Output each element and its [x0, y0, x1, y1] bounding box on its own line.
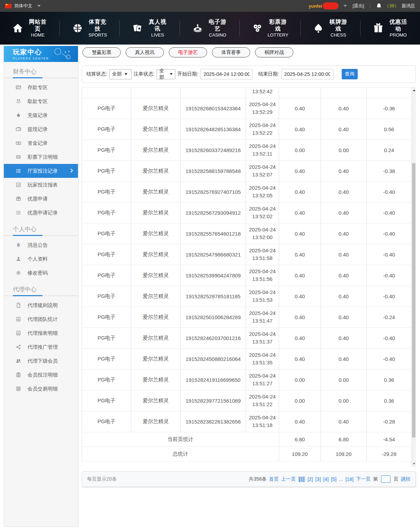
vertical-scrollbar[interactable]	[411, 87, 416, 467]
scroll-up-arrow[interactable]	[412, 88, 416, 93]
cell-game: 爱尔兰精灵	[131, 140, 181, 160]
sidebar-item-funds-record[interactable]: 资金记录	[4, 136, 78, 150]
cell-datetime: 2025-04-2413:51:53	[246, 286, 279, 307]
sidebar-item-member-trade-detail[interactable]: 会员交易明细	[4, 382, 78, 396]
jump-prefix-label: 第	[373, 476, 378, 482]
section-title-finance: 财务中心	[4, 62, 78, 78]
cell-datetime: 2025-04-2413:52:07	[246, 160, 279, 181]
sidebar-item-agent-members[interactable]: 代理下级会员	[4, 354, 78, 368]
cell-datetime: 2025-04-2413:51:56	[246, 265, 279, 286]
end-date-input[interactable]	[281, 69, 333, 79]
cell-order-no: 1915282397721561089	[181, 390, 246, 411]
nav-item-sports[interactable]: 体育竞技SPORTS	[60, 20, 119, 37]
sidebar-item-promo-apply-record[interactable]: 优惠申请记录	[4, 206, 78, 220]
cell-game: 爱尔兰精灵	[131, 348, 181, 369]
page-jump-input[interactable]	[381, 475, 390, 483]
nav-item-lives[interactable]: 真人视讯LIVES	[119, 20, 179, 37]
nav-item-chess[interactable]: 棋牌游戏CHESS	[300, 20, 360, 37]
cell-provider: PG电子	[82, 307, 131, 327]
sidebar-item-lottery-bet-detail[interactable]: 彩票下注明细	[4, 150, 78, 164]
sidebar-item-change-password[interactable]: 修改密码	[4, 266, 78, 280]
sidebar-item-profile[interactable]: 个人资料	[4, 252, 78, 266]
players-center-header: 玩家中心 PLAYERS CENTER	[4, 46, 78, 62]
chart-doc-icon	[16, 182, 21, 188]
nav-label-zh: 优惠活动	[388, 18, 408, 32]
language-selector[interactable]: 简体中文	[14, 3, 32, 9]
sidebar-item-agent-team-stats[interactable]: 代理团队统计	[4, 312, 78, 326]
tab-chess-battle[interactable]: 棋牌对战	[255, 47, 293, 57]
sidebar-item-deposit[interactable]: 存款专区	[4, 80, 78, 94]
page-link[interactable]: [4]	[323, 476, 329, 482]
logout-button[interactable]: [退出]	[352, 3, 364, 9]
china-flag-icon	[5, 4, 11, 8]
sidebar-item-agent-report-detail[interactable]: 代理报表明细	[4, 326, 78, 340]
cell-bet-amount: 0.40	[279, 265, 321, 286]
message-count[interactable]: （39）	[385, 3, 399, 9]
nav-label-zh: 体育竞技	[88, 18, 108, 32]
sidebar-item-announcements[interactable]: 消息公告	[4, 238, 78, 252]
cell-valid-amount: 0.40	[321, 265, 367, 286]
nav-item-casino[interactable]: 电子游艺CASINO	[180, 20, 239, 37]
sidebar-item-label: 存款专区	[27, 84, 48, 91]
query-button[interactable]: 查询	[342, 69, 358, 79]
pagination-ellipsis: ...	[339, 476, 343, 482]
jump-button[interactable]: 跳转	[401, 476, 411, 482]
sidebar-item-player-bet-report[interactable]: 玩家投注报表	[4, 178, 78, 192]
bell-icon[interactable]	[376, 3, 382, 9]
tab-double-win-lottery[interactable]: 雙赢彩票	[82, 47, 121, 57]
page-link[interactable]: 首页	[269, 476, 279, 482]
nav-item-lottery[interactable]: 彩票游戏LOTTERY	[239, 20, 300, 37]
cell-order-no: 1915282588159788548	[181, 160, 246, 181]
cell-bet-amount: 0.40	[279, 223, 321, 244]
start-date-input[interactable]	[200, 69, 253, 79]
sidebar-item-withdraw[interactable]: 取款专区	[4, 94, 78, 108]
cell-provider: PG电子	[82, 160, 131, 181]
sidebar-item-agent-promotion[interactable]: 代理推广管理	[4, 340, 78, 354]
new-messages-link[interactable]: 新消息	[402, 3, 415, 9]
nav-item-home[interactable]: 网站首页HOME	[0, 20, 60, 37]
sidebar-item-promo-apply[interactable]: 优惠申请	[4, 192, 78, 206]
scroll-down-arrow[interactable]	[412, 461, 416, 466]
cell-profit: -0.40	[367, 223, 412, 244]
cell-order-no: 1915282576927407105	[181, 181, 246, 202]
sidebar-item-member-bet-detail[interactable]: 会员投注明细	[4, 368, 78, 382]
nav-item-promo[interactable]: 优惠活动PROMO	[360, 20, 420, 37]
page-link[interactable]: [18]	[346, 476, 354, 482]
chevron-down-icon[interactable]	[37, 5, 41, 7]
total-count-label: 共358条	[249, 476, 267, 482]
cell-valid-amount: 0.40	[321, 119, 367, 140]
cell-valid-amount: 0.00	[321, 369, 367, 390]
page-link[interactable]: 下一页	[356, 476, 371, 482]
order-status-select[interactable]: 全部	[157, 69, 175, 79]
sidebar-item-agent-rules[interactable]: 代理规则说明	[4, 298, 78, 312]
table-row: PG电子 爱尔兰精灵 1915282539904247809 2025-04-2…	[82, 265, 412, 286]
sidebar-item-hall-bet-record[interactable]: 厅室投注记录	[4, 164, 78, 178]
cell-bet-amount: 0.00	[279, 369, 321, 390]
sidebar-item-recharge-record[interactable]: 充值记录	[4, 108, 78, 122]
sidebar-item-withdraw-record[interactable]: 提现记录	[4, 122, 78, 136]
cell-order-no: 1915282648285136384	[181, 119, 246, 140]
page-link[interactable]: [2]	[308, 476, 313, 482]
banknote-icon	[16, 140, 21, 146]
cell-valid-amount: 0.40	[321, 160, 367, 181]
cell-valid-amount: 0.40	[321, 181, 367, 202]
username-text[interactable]: yunfei	[309, 3, 322, 9]
page-link[interactable]: [1]	[298, 476, 305, 482]
filter-bar: 结算状态: 全部 注单状态: 全部 开始日期: 结束日期: 查询	[82, 65, 416, 83]
cell-profit: 0.24	[367, 140, 412, 160]
page-link[interactable]: [5]	[331, 476, 336, 482]
tab-electronic-games[interactable]: 电子游艺	[169, 47, 207, 57]
page-link[interactable]: 上一页	[281, 476, 296, 482]
gift-small-icon	[16, 196, 21, 202]
scrollbar-thumb[interactable]	[412, 163, 415, 437]
tab-live-video[interactable]: 真人视讯	[126, 47, 164, 57]
cell-provider: PG电子	[82, 348, 131, 369]
chevron-down-icon[interactable]	[343, 5, 347, 7]
page-link[interactable]: [3]	[315, 476, 321, 482]
cell-game: 爱尔兰精灵	[131, 411, 181, 432]
cell-profit: -0.40	[367, 286, 412, 307]
settle-status-select[interactable]: 全部	[109, 69, 132, 79]
table-cell	[279, 87, 321, 98]
cell-provider: PG电子	[82, 140, 131, 160]
tab-sports-events[interactable]: 体育赛事	[212, 47, 250, 57]
